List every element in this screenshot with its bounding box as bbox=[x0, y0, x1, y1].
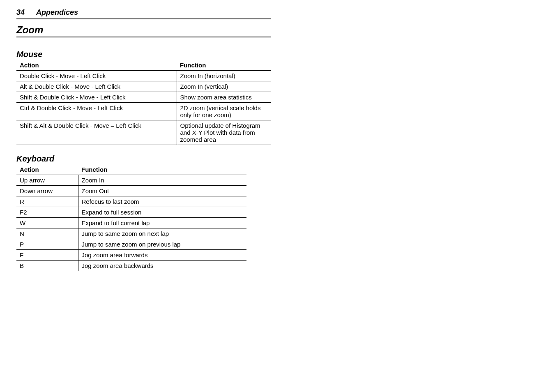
mouse-action-cell: Double Click - Move - Left Click bbox=[16, 71, 177, 81]
section-title: Zoom bbox=[16, 24, 271, 37]
table-row: Shift & Alt & Double Click - Move – Left… bbox=[16, 120, 271, 145]
mouse-function-cell: Optional update of Histogram and X-Y Plo… bbox=[177, 120, 271, 145]
table-row: Shift & Double Click - Move - Left Click… bbox=[16, 92, 271, 103]
mouse-function-cell: 2D zoom (vertical scale holds only for o… bbox=[177, 103, 271, 120]
table-row: N Jump to same zoom on next lap bbox=[16, 228, 246, 239]
mouse-header-function: Function bbox=[177, 60, 271, 71]
keyboard-function-cell: Zoom Out bbox=[78, 186, 246, 196]
mouse-table: Action Function Double Click - Move - Le… bbox=[16, 60, 271, 145]
keyboard-action-cell: Up arrow bbox=[16, 175, 78, 186]
table-row: B Jog zoom area backwards bbox=[16, 261, 246, 271]
page-number: 34 bbox=[16, 8, 25, 17]
keyboard-action-cell: W bbox=[16, 218, 78, 228]
keyboard-function-cell: Jump to same zoom on previous lap bbox=[78, 239, 246, 250]
keyboard-action-cell: N bbox=[16, 228, 78, 239]
table-row: Up arrow Zoom In bbox=[16, 175, 246, 186]
chapter-title: Appendices bbox=[36, 8, 78, 17]
mouse-action-cell: Alt & Double Click - Move - Left Click bbox=[16, 81, 177, 92]
keyboard-function-cell: Expand to full session bbox=[78, 207, 246, 218]
keyboard-function-cell: Jog zoom area forwards bbox=[78, 250, 246, 261]
keyboard-table: Action Function Up arrow Zoom In Down ar… bbox=[16, 164, 246, 271]
keyboard-action-cell: F bbox=[16, 250, 78, 261]
keyboard-action-cell: B bbox=[16, 261, 78, 271]
keyboard-function-cell: Jump to same zoom on next lap bbox=[78, 228, 246, 239]
table-row: R Refocus to last zoom bbox=[16, 196, 246, 207]
keyboard-function-cell: Zoom In bbox=[78, 175, 246, 186]
table-row: F Jog zoom area forwards bbox=[16, 250, 246, 261]
keyboard-function-cell: Jog zoom area backwards bbox=[78, 261, 246, 271]
keyboard-header-action: Action bbox=[16, 164, 78, 175]
keyboard-action-cell: R bbox=[16, 196, 78, 207]
page-content: 34 Appendices Zoom Mouse Action Function… bbox=[0, 0, 288, 288]
keyboard-header-function: Function bbox=[78, 164, 246, 175]
table-row: Down arrow Zoom Out bbox=[16, 186, 246, 196]
keyboard-action-cell: P bbox=[16, 239, 78, 250]
page-header: 34 Appendices bbox=[16, 8, 271, 19]
mouse-action-cell: Shift & Alt & Double Click - Move – Left… bbox=[16, 120, 177, 145]
keyboard-heading: Keyboard bbox=[16, 154, 271, 164]
keyboard-function-cell: Refocus to last zoom bbox=[78, 196, 246, 207]
mouse-header-action: Action bbox=[16, 60, 177, 71]
keyboard-function-cell: Expand to full current lap bbox=[78, 218, 246, 228]
table-row: Ctrl & Double Click - Move - Left Click … bbox=[16, 103, 271, 120]
table-header-row: Action Function bbox=[16, 164, 246, 175]
table-row: F2 Expand to full session bbox=[16, 207, 246, 218]
mouse-function-cell: Zoom In (vertical) bbox=[177, 81, 271, 92]
keyboard-action-cell: F2 bbox=[16, 207, 78, 218]
table-header-row: Action Function bbox=[16, 60, 271, 71]
table-row: W Expand to full current lap bbox=[16, 218, 246, 228]
mouse-action-cell: Ctrl & Double Click - Move - Left Click bbox=[16, 103, 177, 120]
table-row: Alt & Double Click - Move - Left Click Z… bbox=[16, 81, 271, 92]
mouse-function-cell: Show zoom area statistics bbox=[177, 92, 271, 103]
table-row: P Jump to same zoom on previous lap bbox=[16, 239, 246, 250]
mouse-heading: Mouse bbox=[16, 50, 271, 59]
mouse-action-cell: Shift & Double Click - Move - Left Click bbox=[16, 92, 177, 103]
mouse-function-cell: Zoom In (horizontal) bbox=[177, 71, 271, 81]
keyboard-action-cell: Down arrow bbox=[16, 186, 78, 196]
table-row: Double Click - Move - Left Click Zoom In… bbox=[16, 71, 271, 81]
